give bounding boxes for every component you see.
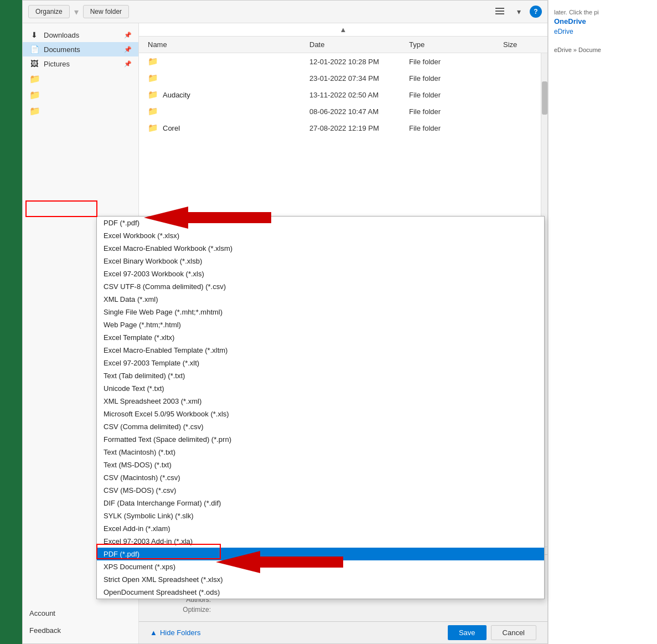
dropdown-item-29[interactable]: OpenDocument Spreadsheet (*.ods) xyxy=(97,586,544,599)
dropdown-item-16[interactable]: CSV (Comma delimited) (*.csv) xyxy=(97,420,544,433)
pin-icon-pictures: 📌 xyxy=(124,60,132,68)
account-item[interactable]: Account xyxy=(23,605,138,622)
scrollbar-thumb[interactable] xyxy=(542,81,547,115)
hide-folders-label: Hide Folders xyxy=(160,628,201,637)
documents-icon: 📄 xyxy=(29,45,39,54)
dropdown-item-8[interactable]: Web Page (*.htm;*.html) xyxy=(97,318,544,331)
file-cell-size-3 xyxy=(499,93,541,96)
file-cell-date-2: 23-01-2022 07:34 PM xyxy=(305,73,405,84)
sidebar-item-documents-label: Documents xyxy=(44,45,80,54)
dropdown-item-21[interactable]: CSV (MS-DOS) (*.csv) xyxy=(97,484,544,497)
folder-icon-3: 📁 xyxy=(29,106,40,116)
table-row[interactable]: 📁 08-06-2022 10:47 AM File folder xyxy=(139,103,541,120)
right-panel-title: OneDrive xyxy=(554,17,651,25)
view-options-button[interactable] xyxy=(492,4,508,19)
dropdown-item-2[interactable]: Excel Macro-Enabled Workbook (*.xlsm) xyxy=(97,242,544,255)
file-cell-date-4: 08-06-2022 10:47 AM xyxy=(305,106,405,117)
dropdown-item-24[interactable]: Excel Add-in (*.xlam) xyxy=(97,522,544,535)
dropdown-item-13[interactable]: Unicode Text (*.txt) xyxy=(97,382,544,395)
dropdown-item-12[interactable]: Text (Tab delimited) (*.txt) xyxy=(97,369,544,382)
table-row[interactable]: 📁 12-01-2022 10:28 PM File folder xyxy=(139,53,541,70)
col-name-header[interactable]: Name xyxy=(139,39,305,50)
hide-folders-button[interactable]: ▲ Hide Folders xyxy=(150,628,201,637)
svg-rect-2 xyxy=(495,13,504,14)
file-cell-type-3: File folder xyxy=(405,89,499,101)
sidebar-folder-2[interactable]: 📁 xyxy=(23,87,138,103)
footer-buttons: Save Cancel xyxy=(448,625,536,640)
save-button[interactable]: Save xyxy=(448,625,487,640)
cancel-button[interactable]: Cancel xyxy=(491,625,536,640)
dropdown-item-11[interactable]: Excel 97-2003 Template (*.xlt) xyxy=(97,357,544,369)
file-cell-name-3: 📁 Audacity xyxy=(139,88,305,101)
sidebar-folder-3[interactable]: 📁 xyxy=(23,103,138,119)
sidebar-item-documents[interactable]: 📄 Documents 📌 xyxy=(23,42,138,56)
folder-icon-row2: 📁 xyxy=(148,73,158,83)
col-size-header[interactable]: Size xyxy=(499,39,543,50)
right-panel: later. Click the pi OneDrive eDrive eDri… xyxy=(548,0,657,644)
file-cell-type-4: File folder xyxy=(405,106,499,117)
toolbar-right: ▾ ? xyxy=(492,4,542,19)
svg-rect-1 xyxy=(495,11,504,12)
dropdown-item-25[interactable]: Excel 97-2003 Add-in (*.xla) xyxy=(97,535,544,548)
right-panel-tip-text: later. Click the pi xyxy=(554,8,651,17)
dropdown-item-20[interactable]: CSV (Macintosh) (*.csv) xyxy=(97,471,544,484)
file-cell-type-5: File folder xyxy=(405,122,499,134)
file-cell-name-1: 📁 xyxy=(139,55,305,68)
dropdown-item-15[interactable]: Microsoft Excel 5.0/95 Workbook (*.xls) xyxy=(97,408,544,420)
file-cell-date-3: 13-11-2022 02:50 AM xyxy=(305,89,405,101)
file-cell-name-2: 📁 xyxy=(139,71,305,85)
dropdown-item-9[interactable]: Excel Template (*.xltx) xyxy=(97,331,544,344)
dropdown-item-5[interactable]: CSV UTF-8 (Comma delimited) (*.csv) xyxy=(97,280,544,293)
sidebar-folder-1[interactable]: 📁 xyxy=(23,71,138,87)
file-cell-size-2 xyxy=(499,76,541,80)
view-options-icon xyxy=(495,8,504,16)
dropdown-item-14[interactable]: XML Spreadsheet 2003 (*.xml) xyxy=(97,395,544,408)
file-cell-size-1 xyxy=(499,60,541,63)
file-cell-size-5 xyxy=(499,126,541,130)
file-cell-date-1: 12-01-2022 10:28 PM xyxy=(305,56,405,68)
dropdown-item-19[interactable]: Text (MS-DOS) (*.txt) xyxy=(97,458,544,471)
dropdown-item-6[interactable]: XML Data (*.xml) xyxy=(97,293,544,306)
file-type-dropdown[interactable]: PDF (*.pdf)Excel Workbook (*.xlsx)Excel … xyxy=(96,216,545,599)
organize-button[interactable]: Organize xyxy=(28,5,70,18)
table-row[interactable]: 📁 Corel 27-08-2022 12:19 PM File folder xyxy=(139,120,541,136)
dropdown-item-10[interactable]: Excel Macro-Enabled Template (*.xltm) xyxy=(97,344,544,357)
folder-icon-row5: 📁 xyxy=(148,123,158,133)
right-panel-path: eDrive » Docume xyxy=(554,47,651,53)
folder-icon-row1: 📁 xyxy=(148,56,158,66)
dropdown-item-22[interactable]: DIF (Data Interchange Format) (*.dif) xyxy=(97,497,544,509)
feedback-item[interactable]: Feedback xyxy=(23,622,138,639)
dropdown-item-23[interactable]: SYLK (Symbolic Link) (*.slk) xyxy=(97,509,544,522)
table-row[interactable]: 📁 Audacity 13-11-2022 02:50 AM File fold… xyxy=(139,86,541,103)
svg-marker-4 xyxy=(216,551,343,573)
sidebar-item-downloads[interactable]: ⬇ Downloads 📌 xyxy=(23,28,138,42)
dropdown-item-17[interactable]: Formatted Text (Space delimited) (*.prn) xyxy=(97,433,544,446)
red-arrow-1 xyxy=(144,204,271,231)
col-type-header[interactable]: Type xyxy=(405,39,499,50)
folder-icon-row3: 📁 xyxy=(148,90,158,100)
folder-icon-2: 📁 xyxy=(29,90,40,100)
folder-icon-row4: 📁 xyxy=(148,106,158,116)
excel-sidebar xyxy=(0,0,22,644)
file-cell-type-1: File folder xyxy=(405,56,499,68)
table-row[interactable]: 📁 23-01-2022 07:34 PM File folder xyxy=(139,70,541,86)
new-folder-button[interactable]: New folder xyxy=(83,5,129,18)
dropdown-item-4[interactable]: Excel 97-2003 Workbook (*.xls) xyxy=(97,267,544,280)
view-toggle-button[interactable]: ▾ xyxy=(511,4,526,19)
dropdown-item-7[interactable]: Single File Web Page (*.mht;*.mhtml) xyxy=(97,306,544,318)
pin-icon-documents: 📌 xyxy=(124,46,132,53)
sidebar-item-pictures-label: Pictures xyxy=(44,60,70,68)
chevron-up[interactable]: ▲ xyxy=(139,23,547,37)
pictures-icon: 🖼 xyxy=(29,59,39,68)
file-cell-date-5: 27-08-2022 12:19 PM xyxy=(305,122,405,134)
help-button[interactable]: ? xyxy=(530,6,542,18)
col-date-header[interactable]: Date xyxy=(305,39,405,50)
dropdown-item-18[interactable]: Text (Macintosh) (*.txt) xyxy=(97,446,544,458)
svg-marker-3 xyxy=(144,207,271,229)
toolbar-divider: ▾ xyxy=(74,7,79,17)
optimize-row: Optimize: xyxy=(150,606,536,614)
dropdown-item-3[interactable]: Excel Binary Workbook (*.xlsb) xyxy=(97,255,544,267)
sidebar-item-downloads-label: Downloads xyxy=(44,31,79,39)
sidebar-item-pictures[interactable]: 🖼 Pictures 📌 xyxy=(23,56,138,71)
red-arrow-2 xyxy=(216,548,343,576)
